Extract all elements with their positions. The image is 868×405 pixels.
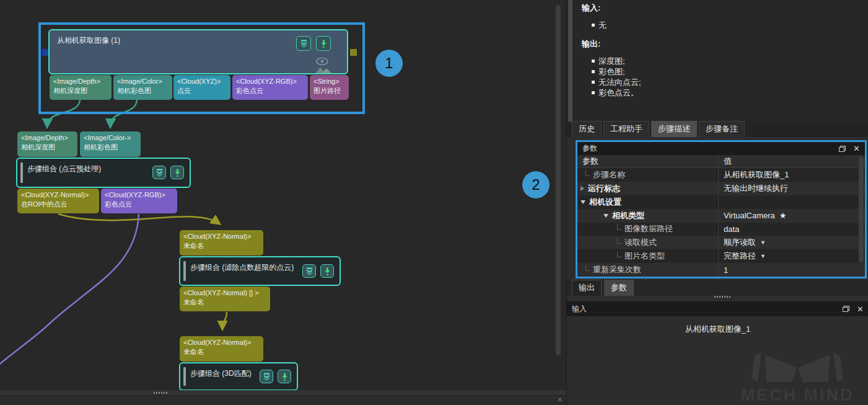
bullet-icon <box>592 81 595 84</box>
table-row[interactable]: 读取模式 顺序读取▼ <box>577 236 865 249</box>
down-arrow-icon <box>323 267 332 276</box>
collapse-arrow-icon[interactable] <box>603 214 608 218</box>
watermark: MECH MIND <box>723 351 868 405</box>
port-match-cloud-in[interactable]: <Cloud(XYZ-Normal)>未命名 <box>180 336 263 362</box>
run-step-button[interactable] <box>316 36 331 51</box>
down-arrow-icon <box>173 168 182 177</box>
group-handle <box>183 261 186 281</box>
collapse-button[interactable] <box>302 264 316 278</box>
close-icon[interactable]: ✕ <box>857 305 864 313</box>
port-preprocess-color-in[interactable]: <Image/Color->相机彩色图 <box>80 131 141 157</box>
flow-anchor-right[interactable] <box>350 49 357 56</box>
tab-history[interactable]: 历史 <box>572 121 602 137</box>
parameters-panel-titlebar: 参数 ✕ <box>577 142 865 155</box>
selection-highlight-2: 参数 ✕ 参数 值 步骤名称 从相机获取图像_1 运行标志 无 <box>576 140 867 278</box>
star-icon: ★ <box>779 211 787 220</box>
parameters-scrollbar[interactable] <box>859 157 864 262</box>
port-camera-color-out[interactable]: <Image/Color>相机彩色图 <box>113 75 172 100</box>
list-item: 深度图; <box>592 56 868 66</box>
down-arrow-icon <box>319 39 328 48</box>
node-graph-canvas[interactable]: 从相机获取图像 (1) <Image/Depth>相机深度图 <Image/Co… <box>0 0 566 405</box>
collapse-button[interactable] <box>152 166 166 179</box>
node-title: 步骤组合 (点云预处理) <box>27 164 101 174</box>
tree-branch-icon <box>585 170 590 176</box>
list-item: 无法向点云; <box>592 77 868 87</box>
float-window-icon[interactable] <box>843 306 849 312</box>
close-icon[interactable]: ✕ <box>558 396 563 403</box>
step-description-section: 输入: 无 输出: 深度图; 彩色图; 无法向点云; 彩色点云。 <box>567 0 868 122</box>
run-step-button[interactable] <box>170 166 184 179</box>
input-label: 输入: <box>582 2 868 14</box>
collapse-button[interactable] <box>260 370 273 383</box>
table-row[interactable]: 图像数据路径 data <box>577 223 865 236</box>
collapse-arrow-icon[interactable] <box>581 200 585 204</box>
node-group-preprocess[interactable]: 步骤组合 (点云预处理) <box>16 158 191 188</box>
float-window-icon[interactable] <box>839 146 846 152</box>
expand-arrow-icon[interactable] <box>581 186 584 191</box>
splitter-grip-icon[interactable] <box>714 296 730 298</box>
parameters-table: 步骤名称 从相机获取图像_1 运行标志 无输出时继续执行 相机设置 相机类型 V… <box>577 168 865 277</box>
parameters-panel: 参数 ✕ 参数 值 步骤名称 从相机获取图像_1 运行标志 无 <box>577 142 865 277</box>
description-scrollbar[interactable] <box>568 0 572 122</box>
table-row[interactable]: 相机类型 VirtualCamera★ <box>577 209 865 223</box>
tab-step-description[interactable]: 步骤描述 <box>651 121 697 137</box>
bullet-icon <box>592 70 595 73</box>
canvas-bottom-bar: ✕ <box>0 395 566 405</box>
node-title: 步骤组合 (滤除点数超限的点云) <box>190 262 294 273</box>
port-imagepath-out[interactable]: <String>图片路径 <box>310 75 349 100</box>
input-panel-titlebar: 输入 ✕ <box>567 301 868 316</box>
bullet-icon <box>592 91 595 94</box>
bullet-icon <box>592 24 595 27</box>
close-icon[interactable]: ✕ <box>853 145 860 153</box>
column-header-param[interactable]: 参数 <box>577 155 719 167</box>
image-preview-icon <box>315 65 332 74</box>
bullet-icon <box>592 60 595 63</box>
tree-branch-icon <box>617 224 621 230</box>
double-chevron-down-icon <box>155 168 164 177</box>
dropdown-arrow-icon[interactable]: ▼ <box>760 253 766 259</box>
bottom-tabbar: 输出 参数 <box>567 280 868 296</box>
canvas-vertical-scrollbar[interactable] <box>556 5 561 355</box>
tab-step-notes[interactable]: 步骤备注 <box>699 121 745 137</box>
parameters-table-header: 参数 值 <box>577 155 865 168</box>
port-preprocess-depth-in[interactable]: <Image/Depth>相机深度图 <box>17 131 77 157</box>
list-item: 无 <box>592 20 868 30</box>
collapse-button[interactable] <box>296 36 311 51</box>
table-row[interactable]: 图片名类型 完整路径▼ <box>577 249 865 263</box>
table-row[interactable]: 相机设置 <box>577 195 865 209</box>
double-chevron-down-icon <box>305 267 314 276</box>
table-row[interactable]: 重新采集次数 1 <box>577 263 865 277</box>
right-panel: 输入: 无 输出: 深度图; 彩色图; 无法向点云; 彩色点云。 历史 工程助手… <box>566 0 868 405</box>
output-label: 输出: <box>582 38 868 50</box>
port-filter-cloud-in[interactable]: <Cloud(XYZ-Normal)>未命名 <box>180 230 263 256</box>
tab-project-assistant[interactable]: 工程助手 <box>603 121 649 137</box>
port-roi-cloud-out[interactable]: <Cloud(XYZ-Normal)>在ROI中的点云 <box>17 189 99 213</box>
node-group-filter[interactable]: 步骤组合 (滤除点数超限的点云) <box>179 256 341 286</box>
column-header-value[interactable]: 值 <box>719 155 865 167</box>
port-pointcloud-out[interactable]: <Cloud(XYZ)>点云 <box>173 75 230 100</box>
annotation-badge-2: 2 <box>522 171 550 198</box>
port-camera-depth-out[interactable]: <Image/Depth>相机深度图 <box>50 75 112 100</box>
run-step-button[interactable] <box>320 264 334 278</box>
canvas-bottom-splitter[interactable] <box>0 390 566 395</box>
mech-mind-logo-icon <box>751 351 844 383</box>
list-item: 彩色点云。 <box>592 87 868 98</box>
panel-tabbar: 历史 工程助手 步骤描述 步骤备注 <box>567 122 868 137</box>
splitter-grip-icon[interactable] <box>154 392 167 394</box>
node-capture-images[interactable]: 从相机获取图像 (1) <box>48 29 348 74</box>
group-handle <box>20 162 23 183</box>
input-source-label: 从相机获取图像_1 <box>567 324 868 335</box>
port-colorcloud-out[interactable]: <Cloud(XYZ-RGB)>彩色点云 <box>232 75 308 100</box>
port-preprocess-colorcloud-out[interactable]: <Cloud(XYZ-RGB)>彩色点云 <box>101 189 177 213</box>
tab-output[interactable]: 输出 <box>572 280 602 296</box>
parameters-panel-title: 参数 <box>582 143 597 154</box>
port-filter-cloud-out[interactable]: <Cloud(XYZ-Normal) [] >未命名 <box>180 287 270 311</box>
double-chevron-down-icon <box>299 39 309 48</box>
dropdown-arrow-icon[interactable]: ▼ <box>760 239 766 246</box>
table-row[interactable]: 步骤名称 从相机获取图像_1 <box>577 168 865 182</box>
node-group-3d-match[interactable]: 步骤组合 (3D匹配) <box>179 362 298 391</box>
run-step-button[interactable] <box>278 370 291 383</box>
annotation-badge-1: 1 <box>375 50 403 77</box>
tab-params[interactable]: 参数 <box>604 280 634 296</box>
table-row[interactable]: 运行标志 无输出时继续执行 <box>577 182 865 195</box>
